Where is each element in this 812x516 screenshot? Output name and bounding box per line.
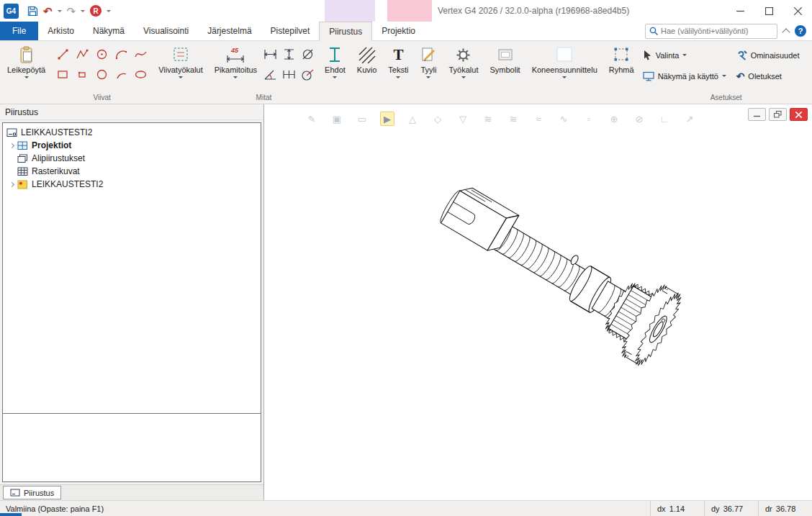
chevron-down-icon	[682, 54, 687, 58]
drawing-tab-icon	[10, 489, 20, 497]
region-select-tool-icon[interactable]: ▣	[330, 112, 344, 126]
brush-tool-icon[interactable]: ✎	[304, 112, 319, 126]
tree-item-rasterikuvat[interactable]: Rasterikuvat	[3, 165, 261, 178]
drawing-canvas[interactable]: ✎▣▭▶△◇▽≋≋≈∿▫⊕⊘∟↗	[264, 104, 812, 500]
polygon-tool-icon[interactable]: ◇	[430, 112, 445, 126]
panel-tab-piirustus[interactable]: Piirustus	[3, 486, 61, 499]
close-button[interactable]	[783, 0, 812, 22]
paste-button[interactable]: Leikepöytä	[4, 44, 49, 82]
filled-rect-tool-button[interactable]	[74, 65, 91, 83]
ryhma-button[interactable]: Ryhmä	[605, 44, 638, 76]
dim-angle-button[interactable]	[261, 65, 279, 83]
symbolit-button[interactable]: Symbolit	[486, 44, 523, 76]
tab-pistepilvet[interactable]: Pistepilvet	[261, 22, 320, 40]
tree-item-projektiot[interactable]: Projektiot	[3, 139, 261, 152]
slope-tool-icon[interactable]: ∿	[556, 112, 571, 126]
spline-tool-button[interactable]	[132, 45, 150, 63]
polyline-tool-button[interactable]	[74, 45, 91, 63]
undo-dropdown-icon[interactable]	[58, 10, 62, 14]
dim-chain-button[interactable]	[280, 65, 297, 83]
expand-chevron-icon[interactable]	[6, 183, 17, 186]
line-tool-button[interactable]	[55, 45, 72, 63]
chevron-down-icon	[24, 76, 29, 81]
hatch-alt-tool-icon[interactable]: ≋	[506, 112, 520, 126]
dim-linear-button[interactable]	[261, 45, 279, 63]
clipboard-icon	[19, 45, 35, 64]
search-input[interactable]	[661, 27, 773, 35]
panel-tab-strip: Piirustus	[0, 484, 263, 500]
frame-tool-icon[interactable]: ▫	[582, 112, 596, 126]
record-badge[interactable]: R	[90, 5, 102, 17]
statusbar: Valmiina (Opaste: paina F1) dx1.14 dy36.…	[0, 500, 812, 516]
tab-piirustus[interactable]: Piirustus	[319, 22, 372, 41]
coordinate-readout: dx1.14 dy36.77 dr36.78	[650, 501, 812, 516]
dim-radius-button[interactable]	[299, 65, 316, 83]
ribbon-group-clipboard: Leikepöytä	[1, 41, 51, 104]
reset-defaults-icon: ↶	[736, 71, 745, 81]
tab-visualisointi[interactable]: Visualisointi	[134, 22, 198, 40]
document-close-button[interactable]	[790, 108, 808, 121]
zoom-in-tool-icon[interactable]: ⊕	[607, 112, 621, 126]
tree-item-alipiirustukset[interactable]: Alipiirustukset	[3, 152, 261, 165]
tyyli-button[interactable]: Tyyli	[416, 44, 441, 82]
undo-icon[interactable]: ↶	[43, 6, 53, 17]
axes-tool-icon[interactable]: ∟	[657, 112, 672, 126]
raster-images-icon	[17, 167, 28, 176]
valinta-button[interactable]: Valinta	[640, 47, 732, 63]
viivatyokalut-button[interactable]: Viivatyökalut	[155, 44, 207, 82]
collapse-ribbon-icon[interactable]	[782, 28, 790, 36]
tab-nakyma[interactable]: Näkymä	[84, 22, 134, 40]
tab-projektio[interactable]: Projektio	[372, 22, 425, 40]
minimize-button[interactable]	[726, 0, 754, 22]
hatch-tool-icon[interactable]: ≋	[481, 112, 495, 126]
triangle-tool-icon[interactable]: △	[405, 112, 420, 126]
ribbon-group-asetukset: Valinta Ominaisuudet Näkymä ja käyttö	[640, 41, 812, 104]
pikamitoitus-button[interactable]: 45 Pikamitoitus	[211, 44, 261, 82]
search-box[interactable]	[645, 24, 777, 39]
expand-chevron-icon[interactable]	[6, 144, 17, 148]
tab-file[interactable]: File	[0, 22, 38, 40]
circle-center-tool-button[interactable]	[94, 45, 111, 63]
qat-customize-icon[interactable]	[107, 10, 111, 14]
redo-dropdown-icon[interactable]	[81, 10, 85, 14]
oletukset-button[interactable]: ↶ Oletukset	[734, 68, 812, 84]
ehdot-button[interactable]: Ehdot	[321, 44, 349, 82]
wave-tool-icon[interactable]: ≈	[531, 112, 546, 126]
teksti-button[interactable]: T Teksti	[384, 44, 412, 82]
dim-vertical-button[interactable]	[280, 45, 297, 63]
dim-diameter-button[interactable]	[299, 45, 316, 63]
nakyma-ja-kaytto-button[interactable]: Näkymä ja käyttö	[640, 68, 732, 84]
filter-tool-icon[interactable]: ▽	[456, 112, 470, 126]
tab-highlight-piirustus	[325, 0, 375, 22]
chevron-down-icon	[333, 76, 337, 81]
tree-item-root[interactable]: LEIKKAUSTESTI2	[3, 126, 261, 139]
constraints-icon	[327, 45, 343, 64]
projections-icon	[17, 141, 28, 150]
ellipse-tool-button[interactable]	[132, 65, 150, 83]
redo-icon[interactable]: ↷	[67, 6, 76, 17]
rectangle-tool-button[interactable]	[55, 65, 72, 83]
select-tool-icon[interactable]: ▶	[380, 112, 394, 126]
tree-item-leikkaustesti[interactable]: LEIKKAUSTESTI2	[3, 178, 261, 191]
tab-jarjestelma[interactable]: Järjestelmä	[198, 22, 261, 40]
arrow-ne-tool-icon[interactable]: ↗	[682, 112, 697, 126]
dy-readout: dy36.77	[704, 501, 758, 516]
tyokalut-button[interactable]: Työkalut	[445, 44, 482, 82]
tab-arkisto[interactable]: Arkisto	[38, 22, 84, 40]
kuvio-button[interactable]: Kuvio	[353, 44, 381, 76]
app-logo[interactable]: G4	[4, 4, 19, 19]
help-button[interactable]: ?	[795, 25, 806, 37]
tape-measure-tool-icon[interactable]: ▭	[355, 112, 369, 126]
maximize-button[interactable]	[754, 0, 783, 22]
save-icon[interactable]	[27, 6, 38, 17]
document-minimize-button[interactable]	[748, 108, 766, 121]
document-restore-button[interactable]	[769, 108, 787, 121]
zoom-window-tool-icon[interactable]: ⊘	[632, 112, 646, 126]
circle-tool-button[interactable]	[94, 65, 111, 83]
arc-3point-tool-button[interactable]	[113, 45, 130, 63]
status-message: Valmiina (Opaste: paina F1)	[0, 504, 104, 513]
arc-tool-button[interactable]	[113, 65, 130, 83]
ominaisuudet-button[interactable]: Ominaisuudet	[734, 47, 812, 63]
panel-header: Piirustus	[0, 104, 263, 120]
koneensuunnittelu-button[interactable]: Koneensuunnittelu	[528, 44, 601, 82]
